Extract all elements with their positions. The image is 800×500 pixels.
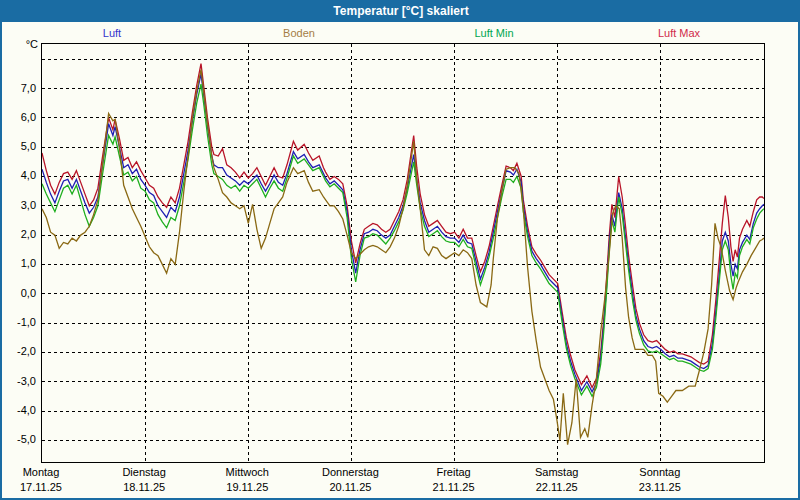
x-day-label: Mittwoch [202, 466, 292, 478]
series-line-luft-max [42, 64, 764, 388]
temperature-chart [42, 44, 764, 462]
app-window: Temperatur [°C] skaliert Luft Boden Luft… [0, 0, 800, 500]
legend-item-boden: Boden [283, 27, 315, 39]
title-bar: Temperatur [°C] skaliert [0, 0, 800, 22]
y-tick-label: -5,0 [2, 433, 36, 445]
x-day-label: Donnerstag [305, 466, 395, 478]
legend-item-luft-max: Luft Max [658, 27, 700, 39]
series-line-luft-min [42, 84, 764, 396]
y-tick-label: 1,0 [2, 257, 36, 269]
y-tick-label: 4,0 [2, 169, 36, 181]
x-date-label: 17.11.25 [0, 481, 86, 493]
x-day-label: Dienstag [99, 466, 189, 478]
x-date-label: 23.11.25 [615, 481, 705, 493]
x-date-label: 19.11.25 [202, 481, 292, 493]
legend-item-luft: Luft [103, 27, 121, 39]
y-tick-label: 0,0 [2, 287, 36, 299]
y-tick-label: -1,0 [2, 316, 36, 328]
window-title: Temperatur [°C] skaliert [333, 4, 468, 18]
y-tick-label: -2,0 [2, 345, 36, 357]
series-line-boden [42, 70, 764, 445]
x-day-label: Freitag [409, 466, 499, 478]
y-tick-label: 7,0 [2, 82, 36, 94]
y-tick-label: -4,0 [2, 404, 36, 416]
x-day-label: Sonntag [615, 466, 705, 478]
y-tick-label: 2,0 [2, 228, 36, 240]
y-axis-unit: °C [18, 38, 38, 50]
x-date-label: 18.11.25 [99, 481, 189, 493]
y-tick-label: 5,0 [2, 140, 36, 152]
y-tick-label: -3,0 [2, 375, 36, 387]
x-date-label: 22.11.25 [512, 481, 602, 493]
y-tick-label: 6,0 [2, 111, 36, 123]
plot-area [41, 43, 765, 463]
x-date-label: 20.11.25 [305, 481, 395, 493]
series-line-luft [42, 74, 764, 392]
y-tick-label: 3,0 [2, 199, 36, 211]
legend-item-luft-min: Luft Min [474, 27, 513, 39]
x-date-label: 21.11.25 [409, 481, 499, 493]
x-day-label: Samstag [512, 466, 602, 478]
x-day-label: Montag [0, 466, 86, 478]
